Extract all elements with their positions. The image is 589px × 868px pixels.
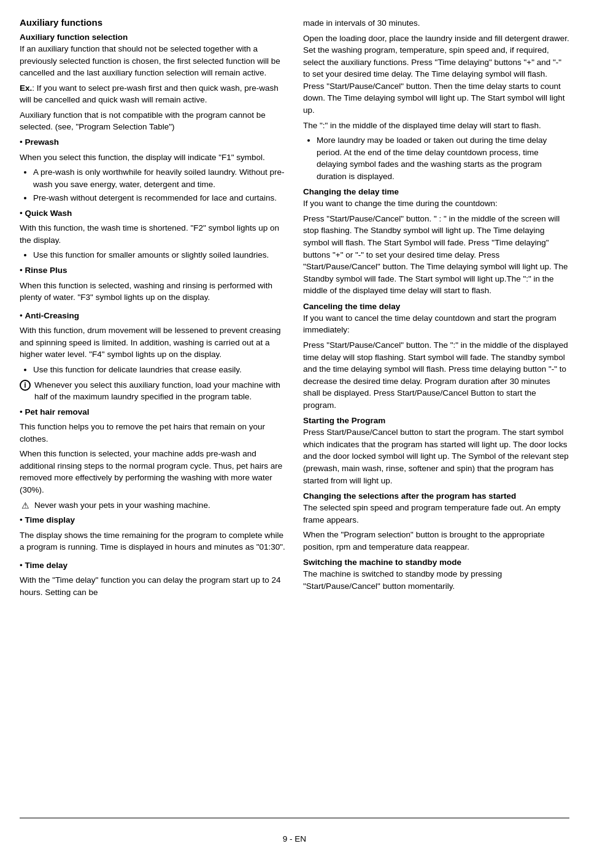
quickwash-section-label: • Quick Wash [20,207,286,220]
timedisplay-section-label: • Time display [20,514,286,526]
anticreasing-info-block: i Whenever you select this auxiliary fun… [20,379,286,403]
anticreasing-p1: With this function, drum movement will b… [20,325,286,361]
prewash-list: A pre-wash is only worthwhile for heavil… [33,166,286,204]
timedelay-p3: The ":" in the middle of the displayed t… [303,120,569,132]
changesel-p1: The selected spin speed and program temp… [303,502,569,526]
canceldelay-intro: If you want to cancel the time delay cou… [303,312,569,336]
rinseplus-bullet: Rinse Plus [25,266,67,275]
quickwash-p1: With this function, the wash time is sho… [20,222,286,246]
prewash-b1: A pre-wash is only worthwhile for heavil… [33,166,286,190]
aux-compat-text: Auxiliary function that is not compatibl… [20,109,286,133]
timedelay-p1: With the "Time delay" function you can d… [20,574,286,598]
ex-label: Ex. [20,83,32,93]
changesel-p2: When the "Program selection" button is b… [303,529,569,553]
anticreasing-section-label: • Anti-Creasing [20,310,286,322]
footer: 9 - EN [20,834,569,843]
timedisplay-bullet: Time display [25,515,75,524]
anticreasing-list: Use this function for delicate laundries… [33,364,286,376]
timedisplay-p1: The display shows the time remaining for… [20,529,286,553]
quickwash-bullet: Quick Wash [25,209,72,218]
pethair-section-label: • Pet hair removal [20,406,286,418]
prewash-bullet: Prewash [25,137,59,147]
switchstandby-p1: The machine is switched to standby mode … [303,568,569,592]
timedelay-bullet: Time delay [25,561,67,570]
pethair-bullet: Pet hair removal [25,407,89,417]
canceldelay-title: Canceling the time delay [303,302,569,311]
ex-text-rest: : If you want to select pre-wash first a… [20,83,279,105]
footer-divider [20,818,569,818]
anticreasing-b1: Use this function for delicate laundries… [33,364,286,376]
rinseplus-p1: When this function is selected, washing … [20,280,286,304]
rinseplus-section-label: • Rinse Plus [20,264,286,277]
pethair-warn: Never wash your pets in your washing mac… [34,499,210,512]
anticreasing-info: Whenever you select this auxiliary funct… [34,379,286,403]
changedelay-p1: Press "Start/Pause/Cancel" button. " : "… [303,213,569,297]
prewash-p1: When you select this function, the displ… [20,152,286,164]
startprog-title: Starting the Program [303,416,569,425]
quickwash-list: Use this function for smaller amounts or… [33,249,286,261]
changedelay-title: Changing the delay time [303,187,569,196]
intro-p1: If an auxiliary function that should not… [20,43,286,79]
timedelay-list: More laundry may be loaded or taken out … [317,134,569,182]
switchstandby-title: Switching the machine to standby mode [303,558,569,567]
quickwash-b1: Use this function for smaller amounts or… [33,249,286,261]
prewash-b2: Pre-wash without detergent is recommende… [33,192,286,204]
anticreasing-bullet: Anti-Creasing [25,311,79,320]
pethair-p1: This function helps you to remove the pe… [20,421,286,445]
changedelay-intro: If you want to change the time during th… [303,198,569,210]
pethair-p2: When this function is selected, your mac… [20,448,286,496]
page-number: 9 - EN [283,834,306,843]
timedelay-b1: More laundry may be loaded or taken out … [317,134,569,182]
page: Auxiliary functions Auxiliary function s… [0,0,589,868]
auxiliary-selection-title: Auxiliary function selection [20,33,286,42]
timedelay-cont: made in intervals of 30 minutes. [303,17,569,29]
prewash-section-label: • Prewash [20,136,286,148]
ex-text: Ex.: If you want to select pre-wash firs… [20,82,286,106]
changesel-title: Changing the selections after the progra… [303,491,569,501]
left-column: Auxiliary functions Auxiliary function s… [20,17,286,810]
timedelay-section-label: • Time delay [20,559,286,572]
warning-icon: ⚠ [20,500,31,511]
pethair-warn-block: ⚠ Never wash your pets in your washing m… [20,499,286,512]
startprog-p1: Press Start/Pause/Cancel button to start… [303,426,569,486]
canceldelay-p1: Press "Start/Pause/Cancel" button. The "… [303,339,569,411]
timedelay-p2: Open the loading door, place the laundry… [303,33,569,117]
right-column: made in intervals of 30 minutes. Open th… [303,17,569,810]
info-icon: i [20,380,31,391]
main-title: Auxiliary functions [20,17,286,28]
